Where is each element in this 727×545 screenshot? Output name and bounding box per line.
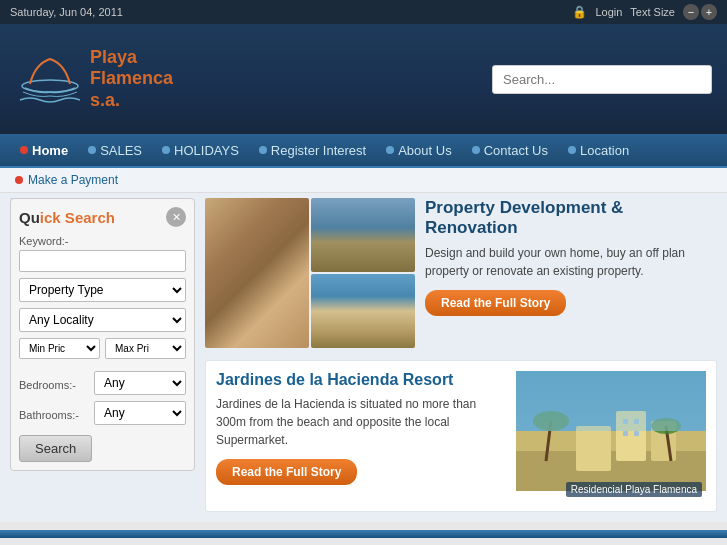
nav-item-contact[interactable]: Contact Us: [462, 133, 558, 167]
property-dev-images: [205, 198, 415, 348]
bathrooms-label: Bathrooms:-: [19, 405, 94, 421]
qs-title-suffix: Search: [61, 209, 115, 226]
lock-icon: 🔒: [572, 5, 587, 19]
nav-item-about[interactable]: About Us: [376, 133, 461, 167]
jardines-main-image: [516, 371, 706, 491]
keyword-input[interactable]: [19, 250, 186, 272]
nav-dot-location: [568, 146, 576, 154]
qs-title: Quick Search: [19, 209, 115, 226]
nav-item-location[interactable]: Location: [558, 133, 639, 167]
top-bar-right: 🔒 Login Text Size − +: [572, 4, 717, 20]
qs-close-button[interactable]: ✕: [166, 207, 186, 227]
building-placeholder: [311, 274, 415, 348]
main-area: Property Development & Renovation Design…: [205, 198, 717, 512]
property-dev-section: Property Development & Renovation Design…: [205, 198, 717, 348]
date-label: Saturday, Jun 04, 2011: [10, 6, 123, 18]
logo-text-block: Playa Flamenca s.a.: [90, 47, 173, 112]
jardines-caption: Residencial Playa Flamenca: [566, 482, 702, 497]
search-button[interactable]: Search: [19, 435, 92, 462]
search-area: [492, 65, 712, 94]
search-input[interactable]: [492, 65, 712, 94]
keyword-label: Keyword:-: [19, 235, 186, 247]
interior-image: [205, 198, 309, 348]
bedrooms-label: Bedrooms:-: [19, 375, 94, 391]
content-row: Quick Search ✕ Keyword:- Property Type A…: [10, 198, 717, 512]
jardines-read-more[interactable]: Read the Full Story: [216, 459, 357, 485]
property-dev-title: Property Development & Renovation: [425, 198, 717, 238]
text-size-label: Text Size: [630, 6, 675, 18]
nav-item-holidays[interactable]: HOLIDAYS: [152, 133, 249, 167]
jardines-section: Jardines de la Hacienda Resort Jardines …: [205, 360, 717, 512]
nav-dot-home: [20, 146, 28, 154]
logo-graphic: [15, 44, 85, 114]
svg-rect-15: [516, 371, 706, 431]
svg-rect-9: [623, 431, 628, 436]
any-locality-select[interactable]: Any Locality: [19, 308, 186, 332]
interior-placeholder: [205, 198, 309, 348]
landscape-placeholder: [311, 198, 415, 272]
header: Playa Flamenca s.a.: [0, 24, 727, 134]
max-price-select[interactable]: Max Pri: [105, 338, 186, 359]
price-row: Min Pric Max Pri: [19, 338, 186, 365]
qs-title-prefix: Qu: [19, 209, 40, 226]
top-bar: Saturday, Jun 04, 2011 🔒 Login Text Size…: [0, 0, 727, 24]
payment-dot: [15, 176, 23, 184]
bathrooms-select[interactable]: Any: [94, 401, 186, 425]
nav-item-register[interactable]: Register Interest: [249, 133, 376, 167]
property-dev-text: Property Development & Renovation Design…: [425, 198, 717, 348]
svg-rect-6: [576, 426, 611, 471]
main-content: laya F Quick Search ✕ Keyword:- Property…: [0, 193, 727, 522]
logo-area: Playa Flamenca s.a.: [15, 44, 173, 114]
jardines-image-stack: Residencial Playa Flamenca: [506, 371, 706, 501]
property-dev-desc: Design and build your own home, buy an o…: [425, 244, 717, 280]
max-price-field: Max Pri: [105, 338, 186, 365]
text-size-increase[interactable]: +: [701, 4, 717, 20]
nav-dot-sales: [88, 146, 96, 154]
nav-item-sales[interactable]: SALES: [78, 133, 152, 167]
nav-item-home[interactable]: Home: [10, 133, 78, 167]
text-size-decrease[interactable]: −: [683, 4, 699, 20]
bottom-bar: [0, 530, 727, 538]
payment-bar: Make a Payment: [0, 168, 727, 193]
jardines-title: Jardines de la Hacienda Resort: [216, 371, 496, 389]
building-image: [311, 274, 415, 348]
payment-link[interactable]: Make a Payment: [28, 173, 118, 187]
jardines-images: Residencial Playa Flamenca: [506, 371, 706, 501]
jardines-desc: Jardines de la Hacienda is situated no m…: [216, 395, 496, 449]
nav-dot-about: [386, 146, 394, 154]
property-dev-read-more[interactable]: Read the Full Story: [425, 290, 566, 316]
nav-dot-contact: [472, 146, 480, 154]
qs-title-highlight: ick: [40, 209, 61, 226]
nav-bar: Home SALES HOLIDAYS Register Interest Ab…: [0, 134, 727, 168]
property-type-select[interactable]: Property Type: [19, 278, 186, 302]
qs-header: Quick Search ✕: [19, 207, 186, 227]
image-grid: [205, 198, 415, 348]
text-size-controls: − +: [683, 4, 717, 20]
logo-name: Playa Flamenca s.a.: [90, 47, 173, 112]
svg-rect-10: [634, 431, 639, 436]
sidebar: Quick Search ✕ Keyword:- Property Type A…: [10, 198, 195, 512]
login-link[interactable]: Login: [595, 6, 622, 18]
landscape-image: [311, 198, 415, 272]
bathrooms-row: Bathrooms:- Any: [19, 401, 186, 425]
nav-dot-holidays: [162, 146, 170, 154]
jardines-text: Jardines de la Hacienda Resort Jardines …: [216, 371, 496, 501]
min-price-field: Min Pric: [19, 338, 100, 365]
nav-dot-register: [259, 146, 267, 154]
quick-search-box: Quick Search ✕ Keyword:- Property Type A…: [10, 198, 195, 471]
min-price-select[interactable]: Min Pric: [19, 338, 100, 359]
bedrooms-select[interactable]: Any: [94, 371, 186, 395]
bedrooms-row: Bedrooms:- Any: [19, 371, 186, 395]
